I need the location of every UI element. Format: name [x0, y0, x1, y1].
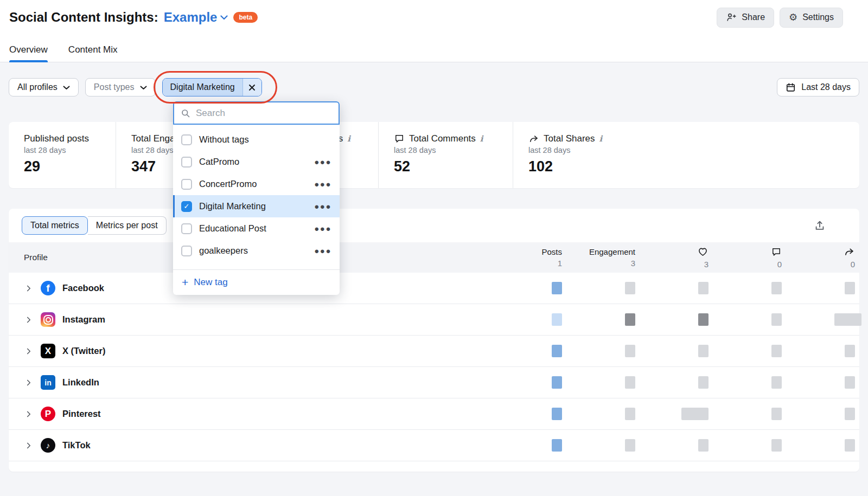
- metric-title: Total Comments: [409, 133, 476, 144]
- settings-button[interactable]: ⚙ Settings: [780, 8, 843, 28]
- checkbox[interactable]: [181, 223, 192, 234]
- profiles-filter-button[interactable]: All profiles: [9, 78, 79, 96]
- post-types-filter-button[interactable]: Post types: [85, 78, 156, 96]
- profile-row-tiktok[interactable]: ♪TikTok: [24, 438, 181, 453]
- table-row: fFacebook: [9, 273, 859, 304]
- metric-cell: [786, 439, 859, 452]
- share-button[interactable]: Share: [717, 8, 774, 28]
- metric-cell: [526, 408, 566, 420]
- tag-menu-icon[interactable]: ●●●: [314, 157, 331, 166]
- date-range-button[interactable]: Last 28 days: [777, 78, 859, 96]
- metric-cell: [526, 439, 566, 452]
- metric-total-comments: Total Comments i last 28 days 52: [378, 122, 513, 188]
- remove-tag-icon[interactable]: [242, 79, 261, 96]
- metric-mode-toggle: Total metrics Metrics per post: [22, 216, 167, 235]
- tag-menu-icon[interactable]: ●●●: [314, 224, 331, 233]
- new-tag-button[interactable]: + New tag: [173, 269, 340, 295]
- toggle-total-metrics[interactable]: Total metrics: [22, 216, 88, 235]
- tag-option-concertpromo[interactable]: ConcertPromo ●●●: [173, 173, 340, 195]
- info-icon[interactable]: i: [480, 134, 483, 144]
- info-icon[interactable]: i: [347, 134, 350, 144]
- metric-title: Total Shares: [544, 133, 595, 144]
- value-placeholder-block: [625, 282, 635, 294]
- checkbox[interactable]: [181, 201, 192, 212]
- metric-cell: [786, 345, 859, 357]
- metric-subtitle: last 28 days: [24, 146, 116, 154]
- toggle-metrics-per-post[interactable]: Metrics per post: [88, 216, 167, 235]
- tag-option-catpromo[interactable]: CatPromo ●●●: [173, 151, 340, 173]
- tag-option-list: Without tags ●●● CatPromo ●●● ConcertPro…: [173, 125, 340, 269]
- tag-option-educational-post[interactable]: Educational Post ●●●: [173, 217, 340, 240]
- tab-content-mix[interactable]: Content Mix: [68, 40, 118, 62]
- new-tag-label: New tag: [194, 277, 227, 288]
- metric-cell: [640, 439, 713, 452]
- metric-value: 29: [24, 158, 116, 175]
- table-row: inLinkedIn: [9, 367, 859, 398]
- info-icon[interactable]: i: [599, 134, 603, 144]
- pinterest-icon: P: [41, 407, 55, 421]
- expand-chevron-icon[interactable]: [24, 378, 34, 388]
- profile-row-linkedin[interactable]: inLinkedIn: [24, 375, 181, 390]
- value-placeholder-block: [552, 282, 562, 294]
- value-placeholder-block: [698, 282, 709, 294]
- metric-cell: [526, 376, 566, 389]
- metric-cell: [566, 313, 640, 326]
- profile-row-pinterest[interactable]: PPinterest: [24, 407, 181, 421]
- profile-name: TikTok: [62, 440, 91, 450]
- metric-cell: [713, 282, 786, 294]
- project-name[interactable]: Example: [164, 10, 218, 25]
- metric-title: Published posts: [24, 133, 89, 144]
- tab-overview[interactable]: Overview: [9, 40, 48, 62]
- metric-cell: [526, 282, 566, 294]
- expand-chevron-icon[interactable]: [24, 315, 34, 325]
- profile-row-facebook[interactable]: fFacebook: [24, 281, 181, 295]
- value-placeholder-block: [845, 345, 855, 357]
- comments-column-header[interactable]: 0: [713, 246, 786, 269]
- tag-search-box[interactable]: [173, 101, 340, 125]
- page-header: Social Content Insights: Example beta Sh…: [0, 0, 868, 62]
- expand-chevron-icon[interactable]: [24, 346, 34, 356]
- value-placeholder-block: [625, 313, 635, 326]
- value-placeholder-block: [845, 376, 855, 389]
- metric-cell: [640, 282, 713, 294]
- post-types-filter-label: Post types: [94, 82, 135, 92]
- tiktok-icon: ♪: [41, 438, 55, 453]
- linkedin-icon: in: [41, 375, 55, 390]
- tag-filter-chip[interactable]: Digital Marketing: [162, 78, 262, 96]
- value-placeholder-block: [771, 345, 782, 357]
- tag-menu-icon[interactable]: ●●●: [314, 179, 331, 189]
- engagement-column-header[interactable]: Engagement 3: [566, 246, 640, 269]
- posts-column-header[interactable]: Posts 1: [526, 246, 566, 269]
- export-icon[interactable]: [814, 220, 826, 231]
- tag-option-goalkeepers[interactable]: goalkeepers ●●●: [173, 240, 340, 262]
- metric-cell: [566, 282, 640, 294]
- checkbox[interactable]: [181, 157, 192, 168]
- checkbox[interactable]: [181, 179, 192, 190]
- tag-menu-icon[interactable]: ●●●: [314, 246, 331, 255]
- checkbox[interactable]: [181, 134, 192, 145]
- tag-chip-label[interactable]: Digital Marketing: [163, 79, 242, 96]
- expand-chevron-icon[interactable]: [24, 284, 34, 293]
- facebook-icon: f: [41, 281, 55, 295]
- tag-search-input[interactable]: [196, 108, 332, 119]
- tag-menu-icon[interactable]: ●●●: [314, 202, 331, 211]
- chevron-down-icon: [220, 15, 228, 20]
- profile-row-x-twitter-[interactable]: XX (Twitter): [24, 344, 181, 358]
- tag-option-without-tags[interactable]: Without tags ●●●: [173, 128, 340, 151]
- likes-column-header[interactable]: 3: [640, 246, 713, 269]
- shares-column-header[interactable]: 0: [786, 246, 859, 269]
- metric-cell: [566, 345, 640, 357]
- profile-row-instagram[interactable]: Instagram: [24, 312, 181, 327]
- metric-cell: [786, 313, 859, 326]
- value-placeholder-block: [552, 313, 562, 326]
- metric-subtitle: last 28 days: [528, 146, 859, 154]
- checkbox[interactable]: [181, 246, 192, 256]
- project-selector[interactable]: Example: [164, 10, 228, 25]
- expand-chevron-icon[interactable]: [24, 409, 34, 419]
- metric-cell: [640, 345, 713, 357]
- tag-option-digital-marketing[interactable]: Digital Marketing ●●●: [173, 195, 340, 217]
- expand-chevron-icon[interactable]: [24, 441, 34, 450]
- profiles-filter-label: All profiles: [17, 82, 58, 92]
- search-icon: [181, 108, 190, 118]
- table-row: XX (Twitter): [9, 336, 859, 367]
